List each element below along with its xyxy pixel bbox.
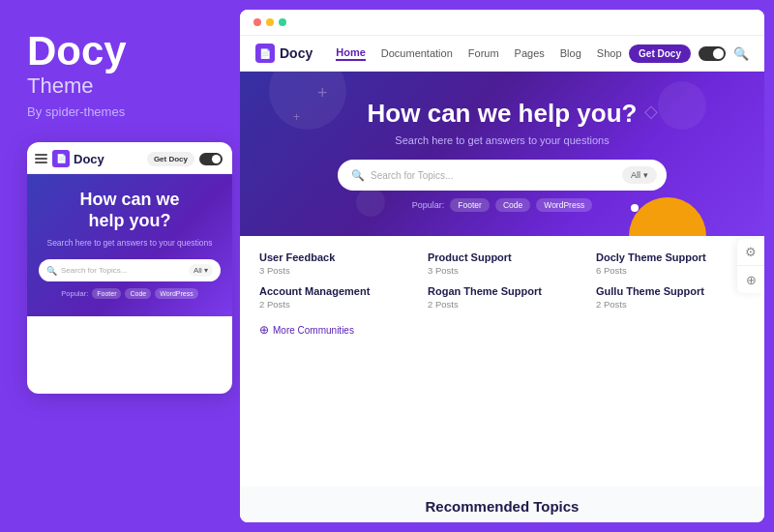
mobile-topbar: 📄 Docy Get Docy <box>27 142 232 174</box>
chevron-down-icon: ▾ <box>643 170 648 180</box>
mobile-hamburger-icon[interactable] <box>35 154 47 163</box>
mobile-logo-icon: 📄 <box>52 150 70 167</box>
mobile-popular-label: Popular: <box>61 289 88 298</box>
desktop-logo-icon: 📄 <box>255 44 275 63</box>
desktop-popular-label: Popular: <box>412 200 445 210</box>
window-dot-yellow <box>266 18 274 26</box>
topic-item-0: User Feedback 3 Posts <box>259 251 408 276</box>
mobile-search-bar[interactable]: 🔍 Search for Topics... All ▾ <box>39 259 221 281</box>
desktop-mockup: 📄 Docy Home Documentation Forum Pages Bl… <box>240 10 764 522</box>
desktop-search-placeholder: Search for Topics... <box>371 170 453 181</box>
mobile-get-docy-button[interactable]: Get Docy <box>147 152 194 166</box>
mobile-search-placeholder: Search for Topics... <box>61 266 127 275</box>
left-panel: Docy Theme By spider-themes 📄 Docy Get D… <box>0 0 240 532</box>
topic-item-1: Product Support 3 Posts <box>428 251 577 276</box>
topic-posts-4: 2 Posts <box>428 299 577 310</box>
desktop-search-bar[interactable]: 🔍 Search for Topics... All ▾ <box>338 160 667 191</box>
topic-name-5: Gullu Theme Support <box>596 285 745 297</box>
desktop-search-bar-icon: 🔍 <box>351 169 365 182</box>
topic-item-2: Docly Theme Support 6 Posts <box>596 251 745 276</box>
desktop-popular-row: Popular: Footer Code WordPress <box>279 198 726 225</box>
desktop-nav-right: Get Docy 🔍 <box>629 44 749 63</box>
mobile-search-icon: 🔍 <box>46 266 57 276</box>
desktop-tag-code[interactable]: Code <box>495 198 530 212</box>
brand-subtitle: Theme <box>27 74 93 99</box>
topic-item-5: Gullu Theme Support 2 Posts <box>596 285 745 310</box>
recommended-section: Recommended Topics <box>240 487 764 522</box>
topic-item-3: Account Management 2 Posts <box>259 285 408 310</box>
topic-posts-0: 3 Posts <box>259 265 408 276</box>
mobile-hero-subtitle: Search here to get answers to your quest… <box>39 238 221 250</box>
desktop-get-docy-button[interactable]: Get Docy <box>629 44 691 63</box>
nav-link-home[interactable]: Home <box>336 46 366 61</box>
topic-name-3: Account Management <box>259 285 408 297</box>
desktop-logo: 📄 Docy <box>255 44 313 63</box>
nav-link-pages[interactable]: Pages <box>515 47 545 59</box>
more-communities-icon: ⊕ <box>259 323 269 337</box>
topic-posts-1: 3 Posts <box>428 265 577 276</box>
desktop-hero: + + ◇ How can we help you? Search here t… <box>240 72 764 236</box>
topic-name-1: Product Support <box>428 251 577 263</box>
mobile-mockup: 📄 Docy Get Docy How can we help you? Sea… <box>27 142 232 394</box>
desktop-hero-title: How can we help you? <box>279 99 726 129</box>
topic-name-0: User Feedback <box>259 251 408 263</box>
topic-item-4: Rogan Theme Support 2 Posts <box>428 285 577 310</box>
mobile-search-inner: 🔍 Search for Topics... <box>46 266 185 276</box>
nav-link-documentation[interactable]: Documentation <box>381 47 453 59</box>
mobile-nav-right: Get Docy <box>147 152 223 166</box>
desktop-all-button[interactable]: All ▾ <box>622 166 657 184</box>
desktop-dark-toggle[interactable] <box>699 46 726 61</box>
topic-grid: User Feedback 3 Posts Product Support 3 … <box>259 251 745 310</box>
desktop-sidebar-icons: ⚙ ⊕ <box>737 239 764 293</box>
nav-link-blog[interactable]: Blog <box>560 47 581 59</box>
desktop-search-inner: 🔍 Search for Topics... <box>351 169 622 182</box>
brand-by: By spider-themes <box>27 104 125 119</box>
topic-posts-3: 2 Posts <box>259 299 408 310</box>
mobile-hero: How can we help you? Search here to get … <box>27 174 232 316</box>
topic-posts-2: 6 Posts <box>596 265 745 276</box>
mobile-logo: 📄 Docy <box>52 150 104 167</box>
desktop-content: User Feedback 3 Posts Product Support 3 … <box>240 236 764 487</box>
recommended-title: Recommended Topics <box>259 498 745 515</box>
desktop-hero-subtitle: Search here to get answers to your quest… <box>279 134 726 146</box>
mobile-popular-row: Popular: Footer Code WordPress <box>39 288 221 299</box>
mobile-hero-title: How can we help you? <box>39 190 221 231</box>
mobile-dark-toggle[interactable] <box>199 153 223 165</box>
topic-posts-5: 2 Posts <box>596 299 745 310</box>
window-dot-red <box>253 18 261 26</box>
desktop-tag-wordpress[interactable]: WordPress <box>536 198 592 212</box>
desktop-window-bar <box>240 10 764 36</box>
desktop-nav-links: Home Documentation Forum Pages Blog Shop <box>336 46 629 61</box>
mobile-tag-footer[interactable]: Footer <box>92 288 121 299</box>
desktop-nav: 📄 Docy Home Documentation Forum Pages Bl… <box>240 36 764 72</box>
window-dot-green <box>279 18 286 26</box>
mobile-tag-wordpress[interactable]: WordPress <box>155 288 198 299</box>
desktop-search-icon[interactable]: 🔍 <box>733 46 749 61</box>
brand-title: Docy <box>27 31 127 72</box>
right-panel: 📄 Docy Home Documentation Forum Pages Bl… <box>240 10 764 522</box>
mobile-all-button[interactable]: All ▾ <box>189 264 213 277</box>
more-communities-link[interactable]: ⊕ More Communities <box>259 323 745 337</box>
sidebar-add-button[interactable]: ⊕ <box>737 266 764 293</box>
topic-name-4: Rogan Theme Support <box>428 285 577 297</box>
topic-name-2: Docly Theme Support <box>596 251 745 263</box>
nav-link-shop[interactable]: Shop <box>597 47 622 59</box>
sidebar-settings-button[interactable]: ⚙ <box>737 239 764 266</box>
mobile-tag-code[interactable]: Code <box>125 288 151 299</box>
desktop-tag-footer[interactable]: Footer <box>450 198 490 212</box>
nav-link-forum[interactable]: Forum <box>468 47 499 59</box>
